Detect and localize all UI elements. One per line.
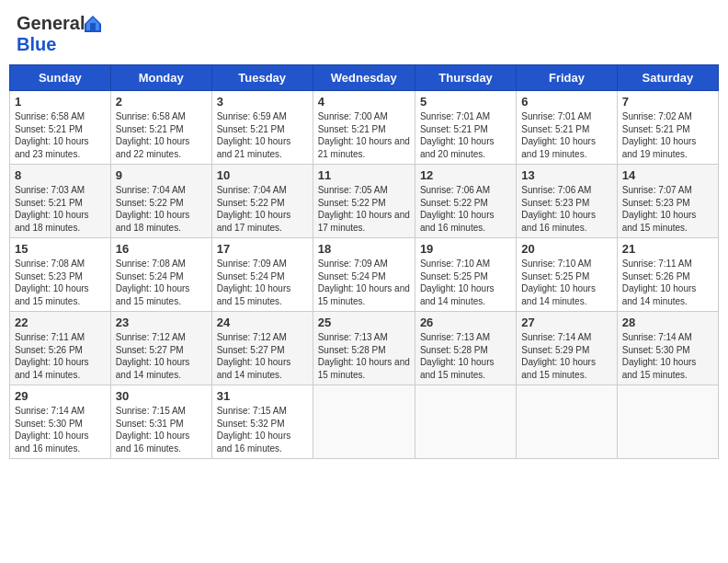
sunrise-label: Sunrise: 7:10 AM [420,259,490,269]
day-info: Sunrise: 7:05 AM Sunset: 5:22 PM Dayligh… [318,184,410,234]
weekday-header: Monday [110,65,211,91]
daylight-label: Daylight: 10 hours and 17 minutes. [217,210,291,233]
daylight-label: Daylight: 10 hours and 14 minutes. [217,357,291,380]
sunrise-label: Sunrise: 6:58 AM [116,111,186,121]
daylight-label: Daylight: 10 hours and 15 minutes. [622,357,697,380]
day-number: 25 [318,316,410,329]
sunrise-label: Sunrise: 7:08 AM [15,259,85,269]
sunrise-label: Sunrise: 7:15 AM [217,406,287,416]
calendar-cell: 7 Sunrise: 7:02 AM Sunset: 5:21 PM Dayli… [617,91,718,165]
day-info: Sunrise: 7:14 AM Sunset: 5:30 PM Dayligh… [622,331,713,381]
sunrise-label: Sunrise: 6:59 AM [217,111,287,121]
sunrise-label: Sunrise: 7:04 AM [217,185,287,195]
day-number: 15 [15,242,106,256]
sunset-label: Sunset: 5:25 PM [420,271,488,282]
daylight-label: Daylight: 10 hours and 16 minutes. [15,431,89,454]
sunrise-label: Sunrise: 7:03 AM [15,185,85,195]
day-info: Sunrise: 6:58 AM Sunset: 5:21 PM Dayligh… [15,110,106,160]
sunset-label: Sunset: 5:24 PM [217,271,285,282]
sunrise-label: Sunrise: 7:14 AM [521,332,591,342]
calendar-week-row: 1 Sunrise: 6:58 AM Sunset: 5:21 PM Dayli… [10,91,719,165]
day-number: 8 [15,168,106,182]
daylight-label: Daylight: 10 hours and 15 minutes. [116,283,190,306]
day-info: Sunrise: 7:13 AM Sunset: 5:28 PM Dayligh… [318,331,410,381]
day-info: Sunrise: 7:11 AM Sunset: 5:26 PM Dayligh… [622,258,713,307]
weekday-header: Tuesday [211,65,313,91]
day-info: Sunrise: 7:08 AM Sunset: 5:24 PM Dayligh… [116,258,207,307]
daylight-label: Daylight: 10 hours and 19 minutes. [521,136,596,159]
sunset-label: Sunset: 5:30 PM [15,419,83,429]
calendar-cell: 10 Sunrise: 7:04 AM Sunset: 5:22 PM Dayl… [211,165,313,238]
daylight-label: Daylight: 10 hours and 22 minutes. [116,136,190,159]
sunset-label: Sunset: 5:21 PM [420,124,488,134]
daylight-label: Daylight: 10 hours and 21 minutes. [217,136,291,159]
logo: General Blue [17,13,101,55]
day-info: Sunrise: 6:58 AM Sunset: 5:21 PM Dayligh… [116,110,207,160]
day-number: 18 [318,242,410,256]
sunrise-label: Sunrise: 7:09 AM [217,259,287,269]
sunrise-label: Sunrise: 7:01 AM [521,111,591,121]
sunset-label: Sunset: 5:23 PM [15,271,83,282]
day-info: Sunrise: 7:12 AM Sunset: 5:27 PM Dayligh… [116,331,207,381]
day-info: Sunrise: 7:02 AM Sunset: 5:21 PM Dayligh… [622,110,713,160]
sunset-label: Sunset: 5:21 PM [521,124,589,134]
sunrise-label: Sunrise: 7:11 AM [622,259,692,269]
day-info: Sunrise: 7:04 AM Sunset: 5:22 PM Dayligh… [217,184,308,234]
day-number: 28 [622,316,713,329]
calendar-week-row: 15 Sunrise: 7:08 AM Sunset: 5:23 PM Dayl… [10,238,719,312]
sunrise-label: Sunrise: 7:08 AM [116,259,186,269]
calendar-cell: 25 Sunrise: 7:13 AM Sunset: 5:28 PM Dayl… [313,312,415,385]
day-number: 10 [217,168,308,182]
day-number: 5 [420,95,511,109]
logo-blue: Blue [17,34,56,55]
sunrise-label: Sunrise: 7:06 AM [521,185,591,195]
daylight-label: Daylight: 10 hours and 15 minutes. [521,357,596,380]
daylight-label: Daylight: 10 hours and 18 minutes. [116,210,190,233]
calendar-cell: 2 Sunrise: 6:58 AM Sunset: 5:21 PM Dayli… [110,91,211,165]
sunrise-label: Sunrise: 7:15 AM [116,406,186,416]
daylight-label: Daylight: 10 hours and 15 minutes. [217,283,291,306]
day-number: 30 [116,389,207,403]
sunset-label: Sunset: 5:21 PM [116,124,184,134]
daylight-label: Daylight: 10 hours and 15 minutes. [15,283,89,306]
calendar-cell: 27 Sunrise: 7:14 AM Sunset: 5:29 PM Dayl… [517,312,617,385]
calendar-cell: 22 Sunrise: 7:11 AM Sunset: 5:26 PM Dayl… [10,312,111,385]
day-number: 19 [420,242,511,256]
calendar-cell: 18 Sunrise: 7:09 AM Sunset: 5:24 PM Dayl… [313,238,415,312]
sunset-label: Sunset: 5:28 PM [318,345,386,355]
sunrise-label: Sunrise: 7:13 AM [318,332,388,342]
calendar-week-row: 22 Sunrise: 7:11 AM Sunset: 5:26 PM Dayl… [10,312,719,385]
sunset-label: Sunset: 5:22 PM [116,198,184,208]
calendar-cell [313,385,415,459]
weekday-header: Saturday [617,65,718,91]
day-info: Sunrise: 7:01 AM Sunset: 5:21 PM Dayligh… [521,110,611,160]
day-number: 14 [622,168,713,182]
calendar-cell: 23 Sunrise: 7:12 AM Sunset: 5:27 PM Dayl… [110,312,211,385]
sunrise-label: Sunrise: 7:09 AM [318,259,388,269]
daylight-label: Daylight: 10 hours and 15 minutes. [318,357,410,380]
weekday-header: Friday [517,65,617,91]
svg-rect-2 [90,23,96,30]
calendar-cell: 1 Sunrise: 6:58 AM Sunset: 5:21 PM Dayli… [10,91,111,165]
day-info: Sunrise: 7:06 AM Sunset: 5:23 PM Dayligh… [521,184,611,234]
calendar-cell: 31 Sunrise: 7:15 AM Sunset: 5:32 PM Dayl… [211,385,313,459]
day-number: 17 [217,242,308,256]
day-info: Sunrise: 7:04 AM Sunset: 5:22 PM Dayligh… [116,184,207,234]
page-header: General Blue [9,9,719,59]
weekday-header: Sunday [10,65,111,91]
calendar-cell: 24 Sunrise: 7:12 AM Sunset: 5:27 PM Dayl… [211,312,313,385]
day-number: 16 [116,242,207,256]
daylight-label: Daylight: 10 hours and 14 minutes. [420,283,495,306]
calendar-cell: 12 Sunrise: 7:06 AM Sunset: 5:22 PM Dayl… [415,165,516,238]
sunset-label: Sunset: 5:31 PM [116,419,184,429]
daylight-label: Daylight: 10 hours and 16 minutes. [217,431,291,454]
day-number: 12 [420,168,511,182]
sunset-label: Sunset: 5:21 PM [15,124,83,134]
weekday-header-row: SundayMondayTuesdayWednesdayThursdayFrid… [10,65,719,91]
daylight-label: Daylight: 10 hours and 16 minutes. [521,210,596,233]
sunrise-label: Sunrise: 7:12 AM [116,332,186,342]
calendar-cell: 20 Sunrise: 7:10 AM Sunset: 5:25 PM Dayl… [517,238,617,312]
calendar-cell: 4 Sunrise: 7:00 AM Sunset: 5:21 PM Dayli… [313,91,415,165]
day-info: Sunrise: 7:15 AM Sunset: 5:32 PM Dayligh… [217,405,308,454]
calendar-cell: 9 Sunrise: 7:04 AM Sunset: 5:22 PM Dayli… [110,165,211,238]
